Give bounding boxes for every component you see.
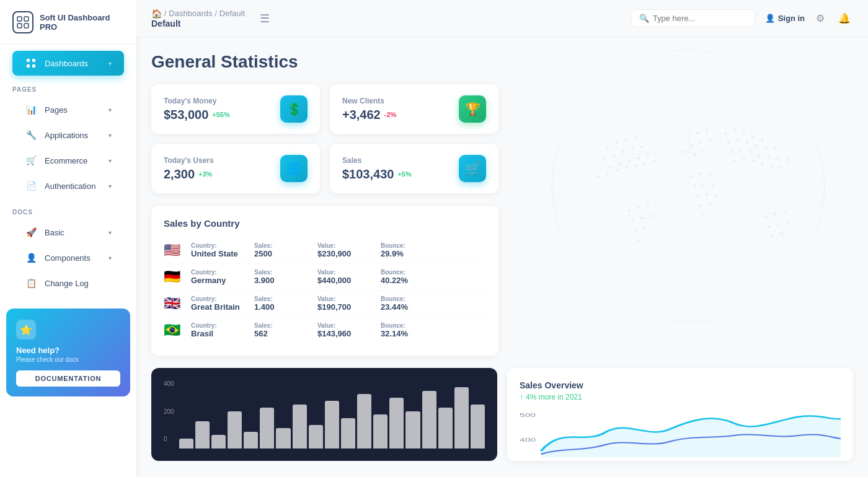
svg-point-91 (637, 239, 640, 242)
svg-point-34 (625, 166, 627, 168)
sidebar-item-authentication[interactable]: 📄 Authentication ▾ (12, 173, 124, 198)
bar (293, 405, 307, 449)
sales-col-us: Sales: 2500 (254, 242, 310, 258)
svg-point-95 (768, 225, 770, 228)
ecommerce-icon: 🛒 (25, 154, 37, 167)
bar (211, 435, 226, 449)
svg-point-58 (730, 151, 733, 153)
stat-info-sales: Sales $103,430 +5% (342, 156, 412, 182)
bar (405, 411, 420, 449)
sales-overview-subtitle: ↑ 4% more in 2021 (520, 393, 841, 401)
main-area: 🏠 / Dashboards / Default Default ☰ 🔍 👤 S… (136, 0, 868, 477)
breadcrumb-dashboards-link[interactable]: Dashboards (169, 9, 212, 18)
changelog-icon: 📋 (25, 277, 37, 289)
components-chevron: ▾ (108, 255, 112, 261)
sidebar-item-ecommerce[interactable]: 🛒 Ecommerce ▾ (12, 148, 124, 173)
stat-card-todays-users: Today's Users 2,300 +3% 🌐 (151, 144, 320, 193)
svg-point-55 (755, 144, 758, 147)
topbar-actions: 👤 Sign in ⚙ 🔔 (765, 10, 853, 27)
help-subtitle: Please check our docs (16, 356, 120, 363)
svg-point-17 (606, 147, 609, 150)
sidebar-item-basic[interactable]: 🚀 Basic ▾ (12, 220, 124, 245)
sidebar-item-changelog[interactable]: 📋 Change Log (12, 271, 124, 295)
svg-point-94 (783, 211, 786, 214)
sales-overview-title: Sales Overview (520, 380, 841, 390)
svg-point-83 (628, 209, 631, 212)
bar (244, 432, 258, 449)
sidebar-item-dashboards[interactable]: Dashboards ▾ (12, 51, 124, 76)
svg-point-68 (761, 163, 764, 165)
components-icon: 👤 (25, 252, 37, 264)
svg-point-37 (653, 160, 655, 162)
table-row: 🇩🇪 Country: Germany Sales: 3.900 Value: … (164, 264, 486, 291)
table-row: 🇧🇷 Country: Brasil Sales: 562 Value: $14… (164, 317, 486, 343)
svg-point-88 (650, 214, 652, 217)
bar (454, 387, 469, 449)
value-col-us: Value: $230,900 (317, 242, 373, 258)
user-icon: 👤 (765, 14, 775, 23)
stat-info-new-clients: New Clients +3,462 -2% (342, 97, 396, 122)
sidebar-item-applications[interactable]: 🔧 Applications ▾ (12, 123, 124, 147)
bounce-col-br: Bounce: 32.14% (381, 322, 436, 338)
svg-point-70 (780, 166, 782, 168)
breadcrumb-home-icon: 🏠 (151, 9, 162, 19)
signin-button[interactable]: 👤 Sign in (765, 14, 805, 23)
sales-col-de: Sales: 3.900 (254, 269, 310, 285)
docs-section-label: DOCS (0, 199, 136, 219)
svg-text:400: 400 (520, 437, 536, 443)
bottom-charts: 400 200 0 (151, 368, 853, 476)
stats-grid: Today's Money $53,000 +55% 💲 New Clients… (151, 84, 498, 193)
svg-point-38 (687, 135, 689, 138)
bar (260, 408, 274, 449)
svg-point-44 (693, 154, 696, 156)
stat-label-new-clients: New Clients (342, 97, 396, 105)
bar (341, 418, 355, 449)
svg-point-19 (625, 138, 627, 141)
bounce-col-us: Bounce: 29.9% (381, 242, 436, 258)
svg-point-18 (616, 141, 618, 144)
stat-icon-todays-users: 🌐 (280, 155, 308, 182)
sidebar-item-pages[interactable]: 📊 Pages ▾ (12, 97, 124, 122)
documentation-button[interactable]: DOCUMENTATION (16, 370, 120, 387)
svg-point-45 (702, 151, 705, 153)
authentication-chevron: ▾ (108, 183, 112, 190)
pages-chevron: ▾ (108, 107, 112, 113)
svg-rect-4 (27, 59, 30, 62)
help-card: ⭐ Need help? Please check our docs DOCUM… (6, 309, 130, 396)
stat-icon-todays-money: 💲 (280, 95, 308, 123)
bar (195, 421, 210, 449)
settings-button[interactable]: ⚙ (813, 10, 827, 27)
dashboards-icon (25, 57, 37, 69)
search-input[interactable] (653, 14, 740, 23)
bar-chart-bars (179, 380, 485, 449)
svg-point-65 (733, 160, 736, 162)
sidebar-item-components[interactable]: 👤 Components ▾ (12, 245, 124, 270)
svg-text:500: 500 (520, 412, 536, 418)
bar (438, 408, 453, 449)
svg-point-77 (696, 195, 699, 197)
notifications-button[interactable]: 🔔 (836, 10, 853, 27)
svg-point-41 (690, 144, 693, 147)
page-title: General Statistics (151, 52, 853, 72)
hamburger-button[interactable]: ☰ (255, 9, 275, 28)
bar (228, 411, 242, 449)
svg-point-47 (724, 132, 727, 134)
svg-rect-0 (17, 17, 22, 21)
bar (422, 391, 436, 449)
breadcrumb-sep1: / (164, 9, 166, 18)
svg-point-89 (634, 229, 637, 232)
svg-point-26 (609, 166, 612, 168)
flag-br: 🇧🇷 (164, 322, 184, 338)
table-row: 🇺🇸 Country: United State Sales: 2500 Val… (164, 237, 486, 264)
stat-value-sales: $103,430 +5% (342, 167, 412, 182)
svg-point-85 (647, 204, 649, 207)
applications-icon: 🔧 (25, 129, 37, 141)
bar-chart-y-labels: 400 200 0 (164, 380, 174, 442)
svg-point-30 (647, 154, 649, 156)
stat-value-todays-users: 2,300 +3% (164, 167, 214, 182)
svg-point-78 (706, 193, 708, 196)
svg-point-72 (699, 172, 702, 175)
svg-point-82 (702, 214, 705, 217)
table-row: 🇬🇧 Country: Great Britain Sales: 1.400 V… (164, 291, 486, 317)
stat-value-new-clients: +3,462 -2% (342, 108, 396, 122)
